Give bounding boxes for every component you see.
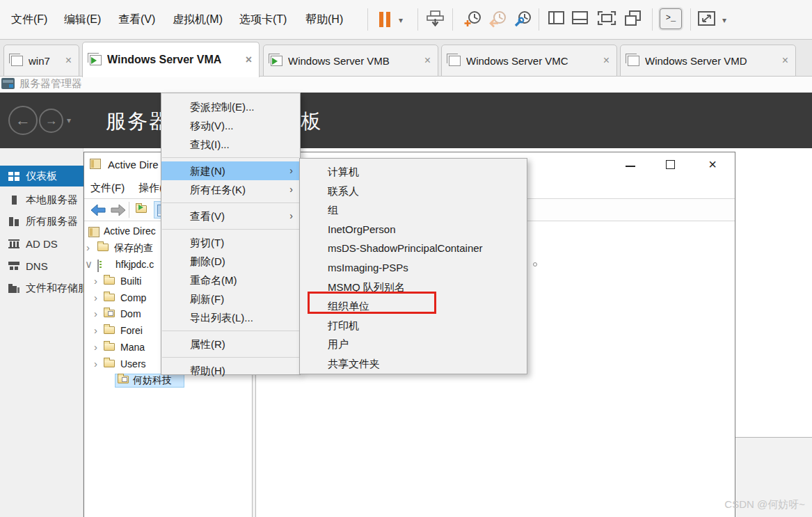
folder-icon	[104, 277, 115, 285]
menu-item-rename[interactable]: 重命名(M)	[161, 271, 300, 289]
submenu-item-printer[interactable]: 打印机	[300, 316, 527, 335]
expander-icon[interactable]: ›	[94, 341, 97, 353]
submenu-arrow-icon: ›	[289, 207, 293, 225]
folder-icon	[104, 360, 115, 367]
expander-icon[interactable]: ›	[94, 292, 97, 304]
sidebar-item-all-servers[interactable]: 所有服务器	[0, 211, 83, 232]
sidebar-item-dashboard[interactable]: 仪表板	[0, 166, 83, 186]
file-storage-icon	[8, 284, 19, 293]
toolbar-separator	[690, 8, 691, 31]
submenu-item-contact[interactable]: 联系人	[300, 182, 527, 201]
submenu-item-msimaging-psps[interactable]: msImaging-PSPs	[300, 258, 527, 278]
folder-icon	[97, 244, 109, 251]
submenu-item-inetorgperson[interactable]: InetOrgPerson	[300, 220, 527, 239]
back-nav-button[interactable]: ←	[8, 106, 38, 135]
unity-icon[interactable]	[624, 10, 642, 26]
pause-button[interactable]	[379, 12, 393, 27]
menu-view[interactable]: 查看(V)	[109, 0, 165, 39]
send-ctrl-alt-del-icon[interactable]	[426, 10, 445, 28]
submenu-arrow-icon: ›	[289, 180, 293, 199]
submenu-item-user[interactable]: 用户	[300, 335, 527, 354]
submenu-item-group[interactable]: 组	[300, 200, 527, 220]
show-thumbnail-bar-icon[interactable]	[571, 10, 589, 26]
sidebar-item-dns[interactable]: DNS	[0, 255, 83, 276]
revert-snapshot-icon[interactable]	[488, 10, 508, 29]
menu-item-refresh[interactable]: 刷新(F)	[161, 289, 300, 308]
tree-label: 保存的查	[114, 242, 153, 255]
tree-label: Forei	[120, 325, 143, 336]
menu-help[interactable]: 帮助(H)	[296, 0, 353, 39]
tab-close-icon[interactable]: ×	[599, 54, 610, 67]
submenu-item-computer[interactable]: 计算机	[300, 162, 527, 182]
guest-taskbar: 服务器管理器	[0, 77, 812, 93]
menu-item-view[interactable]: 查看(V) ›	[161, 207, 300, 225]
dns-icon	[8, 262, 19, 271]
expander-icon[interactable]: ›	[94, 275, 97, 287]
menu-item-all-tasks[interactable]: 所有任务(K) ›	[161, 180, 300, 199]
forward-icon[interactable]	[110, 202, 127, 218]
sidebar-item-local-server[interactable]: 本地服务器	[0, 189, 83, 210]
menu-item-cut[interactable]: 剪切(T)	[161, 233, 300, 252]
submenu-item-shared-folder[interactable]: 共享文件夹	[300, 354, 527, 374]
close-button[interactable]: ×	[701, 155, 724, 175]
power-dropdown-caret[interactable]: ▾	[399, 15, 403, 25]
tab-windows-server-vmb[interactable]: Windows Server VMB ×	[263, 45, 438, 77]
forward-nav-button[interactable]: →	[39, 109, 63, 133]
menu-item-properties[interactable]: 属性(R)	[161, 335, 300, 353]
menu-separator	[162, 331, 299, 331]
sidebar-label: AD DS	[26, 238, 58, 250]
fit-guest-icon[interactable]	[697, 10, 717, 28]
tab-close-icon[interactable]: ×	[778, 54, 788, 67]
console-view-button[interactable]: >_	[660, 8, 682, 29]
tab-win7[interactable]: win7 ×	[3, 45, 79, 77]
toolbar-separator	[539, 8, 539, 31]
sidebar-label: DNS	[26, 260, 48, 272]
expander-icon[interactable]: ›	[94, 358, 97, 370]
menu-item-find[interactable]: 查找(I)...	[161, 135, 300, 154]
expander-icon[interactable]: ›	[86, 241, 90, 254]
fit-dropdown-caret[interactable]: ▾	[722, 15, 726, 25]
tree-item-domain[interactable]: ∨ hfkjpdc.c	[84, 258, 86, 272]
sidebar-item-file-storage[interactable]: 文件和存储服务	[0, 278, 83, 299]
menu-edit[interactable]: 编辑(E)	[54, 0, 111, 39]
menu-item-move[interactable]: 移动(V)...	[161, 116, 300, 135]
tree-label: hfkjpdc.c	[116, 259, 154, 270]
show-library-icon[interactable]	[548, 10, 566, 26]
expander-icon[interactable]: ›	[94, 308, 97, 320]
tab-windows-server-vmd[interactable]: Windows Server VMD ×	[620, 45, 796, 77]
menu-item-help[interactable]: 帮助(H)	[161, 361, 300, 380]
maximize-button[interactable]	[659, 155, 683, 175]
aduc-menu-action[interactable]: 操作(	[138, 182, 163, 195]
back-icon[interactable]	[90, 202, 106, 218]
menu-item-export-list[interactable]: 导出列表(L)...	[161, 308, 300, 327]
menu-tabs[interactable]: 选项卡(T)	[230, 0, 296, 39]
aduc-menu-file[interactable]: 文件(F)	[90, 182, 125, 195]
vmware-workstation-window: 文件(F) 编辑(E) 查看(V) 虚拟机(M) 选项卡(T) 帮助(H) ▾	[0, 0, 812, 517]
tab-close-icon[interactable]: ×	[241, 54, 252, 66]
tab-windows-server-vma[interactable]: Windows Server VMA ×	[82, 42, 260, 77]
pause-bar	[379, 12, 383, 27]
folder-ou-icon	[104, 310, 115, 317]
sidebar-item-ad-ds[interactable]: AD DS	[0, 233, 83, 254]
tab-close-icon[interactable]: ×	[61, 54, 72, 67]
menu-file[interactable]: 文件(F)	[1, 0, 57, 39]
folder-icon	[104, 294, 115, 301]
menu-item-delegate-control[interactable]: 委派控制(E)...	[161, 97, 300, 116]
manage-snapshots-icon[interactable]	[514, 10, 533, 29]
expander-icon[interactable]: ∨	[85, 258, 93, 271]
nav-dropdown-caret[interactable]: ▾	[67, 116, 71, 125]
watermark: CSDN @何妨呀~	[724, 498, 805, 511]
open-folder-icon[interactable]	[136, 205, 147, 213]
submenu-item-msds-shadowprincipalcontainer[interactable]: msDS-ShadowPrincipalContainer	[300, 239, 527, 258]
menu-vm[interactable]: 虚拟机(M)	[163, 0, 232, 39]
tab-close-icon[interactable]: ×	[420, 54, 431, 67]
folder-icon	[104, 326, 115, 334]
expander-icon[interactable]: ›	[94, 324, 97, 337]
minimize-button[interactable]	[619, 155, 642, 175]
take-snapshot-icon[interactable]	[463, 10, 483, 29]
menu-item-new[interactable]: 新建(N) ›	[161, 161, 300, 180]
sidebar-label: 本地服务器	[26, 193, 78, 207]
tab-windows-server-vmc[interactable]: Windows Server VMC ×	[441, 45, 617, 77]
menu-item-delete[interactable]: 删除(D)	[161, 252, 300, 271]
fullscreen-icon[interactable]	[596, 10, 617, 28]
